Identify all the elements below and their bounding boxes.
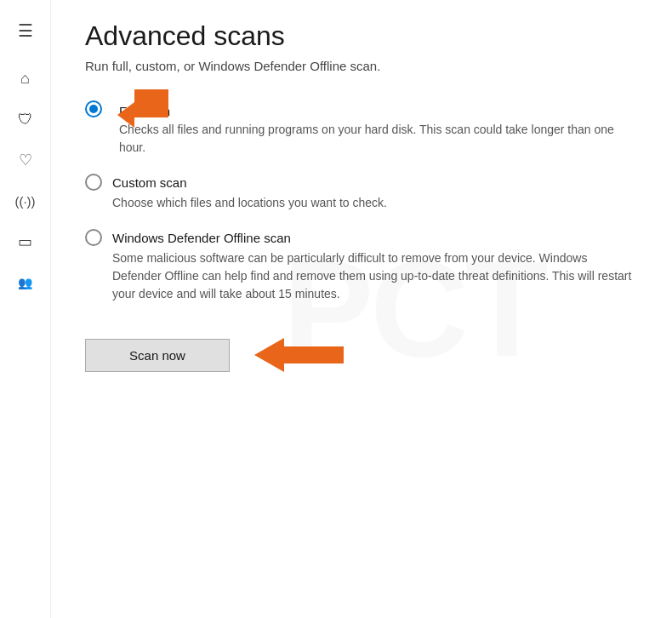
shield-icon: 🛡 bbox=[18, 111, 33, 129]
sidebar-item-browser[interactable]: ▭ bbox=[5, 225, 46, 259]
health-icon: ♡ bbox=[19, 151, 32, 169]
page-title: Advanced scans bbox=[85, 20, 638, 52]
sidebar-item-family[interactable]: 👥 bbox=[5, 266, 46, 300]
network-icon: ((·)) bbox=[14, 194, 35, 209]
scan-option-full: Full scan Checks all files and running p… bbox=[85, 100, 638, 157]
svg-marker-1 bbox=[254, 338, 344, 372]
browser-icon: ▭ bbox=[18, 232, 32, 251]
sidebar-item-network[interactable]: ((·)) bbox=[5, 184, 46, 218]
sidebar-item-protection[interactable]: 🛡 bbox=[5, 102, 46, 136]
custom-scan-label: Custom scan bbox=[112, 175, 187, 190]
full-scan-arrow-icon bbox=[109, 85, 177, 145]
scan-now-button[interactable]: Scan now bbox=[85, 339, 230, 372]
hamburger-icon: ☰ bbox=[18, 20, 33, 41]
sidebar: ☰ ⌂ 🛡 ♡ ((·)) ▭ 👥 bbox=[0, 0, 51, 618]
sidebar-item-health[interactable]: ♡ bbox=[5, 143, 46, 177]
scan-option-defender: Windows Defender Offline scan Some malic… bbox=[85, 229, 638, 303]
page-subtitle: Run full, custom, or Windows Defender Of… bbox=[85, 59, 638, 73]
main-content: PCT Advanced scans Run full, custom, or … bbox=[51, 0, 672, 618]
menu-button[interactable]: ☰ bbox=[5, 14, 46, 48]
family-icon: 👥 bbox=[18, 276, 32, 289]
full-scan-description: Checks all files and running programs on… bbox=[119, 121, 638, 157]
scan-option-custom: Custom scan Choose which files and locat… bbox=[85, 174, 638, 212]
radio-full-scan[interactable] bbox=[85, 100, 102, 117]
defender-scan-description: Some malicious software can be particula… bbox=[112, 249, 638, 303]
radio-custom-scan[interactable] bbox=[85, 174, 102, 191]
scan-now-area: Scan now bbox=[85, 334, 638, 376]
content-inner: Advanced scans Run full, custom, or Wind… bbox=[85, 20, 638, 376]
defender-scan-label: Windows Defender Offline scan bbox=[112, 231, 291, 245]
custom-scan-description: Choose which files and locations you wan… bbox=[112, 194, 638, 212]
scan-now-arrow-icon bbox=[250, 334, 344, 376]
sidebar-item-home[interactable]: ⌂ bbox=[5, 61, 46, 95]
home-icon: ⌂ bbox=[20, 70, 30, 88]
svg-marker-0 bbox=[117, 89, 168, 128]
radio-defender-scan[interactable] bbox=[85, 229, 102, 246]
scan-options-list: Full scan Checks all files and running p… bbox=[85, 100, 638, 303]
